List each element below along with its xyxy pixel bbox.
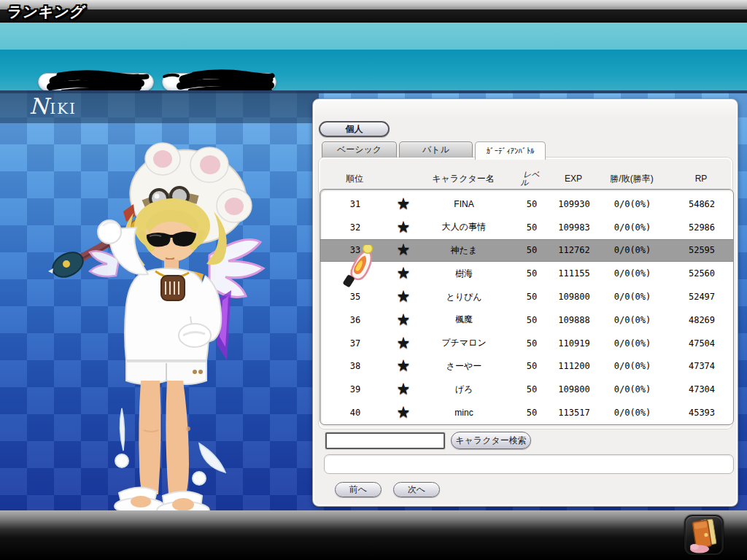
cell-exp: 109930 [552, 199, 596, 209]
main-content: NIKI [0, 90, 747, 510]
footer-bar [0, 510, 747, 560]
star-icon: ★ [390, 197, 417, 211]
star-icon: ★ [390, 220, 417, 235]
cell-exp: 109888 [552, 315, 596, 325]
cell-rp: 45393 [669, 408, 734, 418]
cell-rp: 52497 [669, 292, 734, 302]
cell-winloss: 0/0(0%) [596, 361, 669, 371]
header-level: レベル [509, 171, 554, 187]
cell-rank: 32 [320, 222, 390, 233]
ranking-rows: 31★FINA501099300/0(0%)5486232★大人の事情50109… [320, 189, 734, 425]
cell-level: 50 [511, 268, 552, 279]
cell-name: minc [417, 408, 511, 418]
cell-rank: 40 [320, 408, 390, 418]
character-search-button[interactable]: キャラクター検索 [451, 432, 531, 449]
cell-winloss: 0/0(0%) [596, 245, 669, 255]
cell-level: 50 [511, 361, 552, 371]
cell-exp: 109800 [552, 292, 596, 302]
cell-rank: 36 [320, 315, 390, 325]
cell-rp: 52986 [669, 222, 734, 233]
game-screen: ランキング NIKI [0, 0, 747, 560]
exit-button[interactable] [684, 515, 724, 555]
table-row[interactable]: 37★プチマロン501109190/0(0%)47504 [320, 332, 733, 355]
star-icon: ★ [390, 243, 417, 257]
character-model [40, 117, 281, 525]
cell-level: 50 [511, 245, 552, 255]
cell-rank: 31 [320, 199, 390, 209]
cell-name: 楓魔 [417, 314, 511, 326]
star-icon: ★ [390, 382, 417, 397]
cell-level: 50 [511, 199, 552, 209]
legs [115, 381, 225, 519]
table-header: 順位 キャラクター名 レベル EXP 勝/敗(勝率) RP [320, 169, 734, 188]
character-name-initial: N [29, 93, 50, 119]
cell-name: 大人の事情 [417, 221, 511, 233]
message-box [324, 454, 734, 474]
cell-name: 神たま [417, 244, 511, 257]
cell-level: 50 [511, 408, 552, 418]
cell-winloss: 0/0(0%) [596, 315, 669, 325]
cell-name: とりぴん [417, 291, 511, 303]
cell-exp: 112762 [552, 245, 596, 255]
window-top-edge [0, 0, 747, 9]
title-bar [0, 9, 747, 23]
cell-name: FINA [417, 199, 511, 209]
table-row[interactable]: 39★げろ501098000/0(0%)47304 [320, 378, 733, 401]
cell-rank: 35 [320, 292, 390, 302]
cell-level: 50 [511, 315, 552, 325]
cell-winloss: 0/0(0%) [596, 268, 669, 279]
cell-rp: 47374 [669, 361, 734, 371]
cell-name: げろ [417, 384, 511, 396]
redacted-field-1 [38, 73, 154, 91]
prev-page-button[interactable]: 前へ [335, 482, 382, 497]
page-title: ランキング [6, 2, 87, 22]
header-name: キャラクター名 [416, 173, 511, 185]
cell-rank: 39 [320, 384, 390, 394]
cell-rp: 52595 [669, 245, 734, 255]
table-row[interactable]: 36★楓魔501098880/0(0%)48269 [320, 308, 733, 332]
door-icon [686, 516, 722, 553]
table-row[interactable]: 31★FINA501099300/0(0%)54862 [320, 192, 733, 216]
table-row[interactable]: 38★さーやー501112000/0(0%)47374 [320, 355, 733, 378]
cell-level: 50 [511, 384, 552, 394]
table-row[interactable]: 40★minc501135170/0(0%)45393 [320, 401, 733, 424]
tab-guardian-battle[interactable]: ｶﾞｰﾃﾞｨｱﾝﾊﾞﾄﾙ [475, 141, 546, 160]
cell-rp: 52560 [669, 268, 734, 279]
star-icon: ★ [390, 313, 417, 327]
cell-exp: 110919 [552, 338, 596, 349]
cell-level: 50 [511, 338, 552, 349]
cell-rp: 47504 [669, 338, 734, 349]
next-page-button[interactable]: 次へ [393, 482, 440, 497]
tab-battle[interactable]: バトル [399, 141, 473, 158]
header-rp: RP [668, 174, 734, 184]
cell-name: さーやー [417, 360, 511, 373]
cell-exp: 111200 [552, 361, 596, 371]
ranking-panel: 個人 ベーシック バトル ｶﾞｰﾃﾞｨｱﾝﾊﾞﾄﾙ 順位 キャラクター名 レベル… [312, 98, 738, 507]
cell-exp: 111155 [552, 268, 596, 279]
cell-rp: 47304 [669, 384, 734, 394]
star-icon: ★ [390, 359, 417, 373]
table-row[interactable]: 32★大人の事情501099830/0(0%)52986 [320, 216, 733, 239]
header-rank: 順位 [320, 173, 390, 185]
cell-rank: 37 [320, 338, 390, 349]
cell-winloss: 0/0(0%) [596, 408, 669, 418]
header-band-light [0, 23, 747, 50]
cell-rp: 54862 [669, 199, 734, 209]
cell-exp: 109983 [552, 222, 596, 233]
character-name-label: NIKI [29, 93, 77, 119]
tab-basic[interactable]: ベーシック [322, 141, 397, 158]
star-icon: ★ [390, 266, 417, 281]
star-icon: ★ [390, 336, 417, 351]
cell-winloss: 0/0(0%) [596, 384, 669, 394]
redacted-field-2 [162, 73, 276, 91]
search-input[interactable] [325, 432, 445, 449]
personal-button[interactable]: 個人 [319, 121, 390, 137]
cell-winloss: 0/0(0%) [596, 222, 669, 233]
cell-winloss: 0/0(0%) [596, 292, 669, 302]
header-exp: EXP [551, 174, 595, 184]
character-name-rest: IKI [50, 100, 77, 117]
cell-name: 樹海 [417, 268, 511, 280]
cell-level: 50 [511, 292, 552, 302]
star-icon: ★ [390, 289, 417, 304]
cell-exp: 113517 [552, 408, 596, 418]
